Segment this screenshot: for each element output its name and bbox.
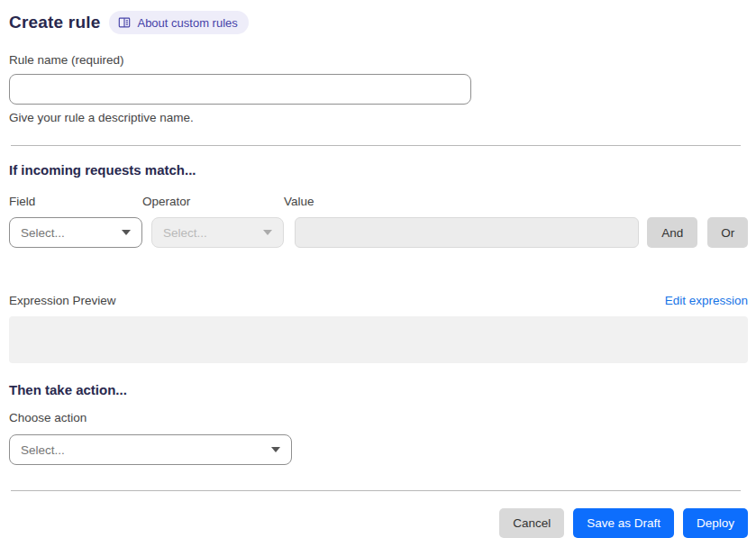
operator-select[interactable]: Select... [151,217,284,248]
value-label: Value [284,195,639,208]
rule-name-label: Rule name (required) [9,53,748,67]
choose-action-label: Choose action [9,411,748,424]
section-divider [11,145,741,146]
about-custom-rules-link[interactable]: About custom rules [109,11,248,34]
expression-preview-box [9,316,748,363]
footer-actions: Cancel Save as Draft Deploy [9,508,748,538]
action-section: Then take action... Choose action Select… [9,382,748,465]
chevron-down-icon [122,230,131,235]
field-label: Field [9,195,142,208]
operator-label: Operator [142,195,284,208]
match-section-heading: If incoming requests match... [9,162,748,178]
rule-name-section: Rule name (required) Give your rule a de… [9,53,748,124]
choose-action-select[interactable]: Select... [9,434,292,465]
rule-name-input[interactable] [9,74,471,105]
rule-name-helper: Give your rule a descriptive name. [9,111,748,124]
choose-action-value: Select... [21,443,65,457]
field-select[interactable]: Select... [9,217,142,248]
value-column: Value [284,195,639,248]
deploy-button[interactable]: Deploy [683,508,748,538]
footer-divider [11,490,741,491]
cancel-button[interactable]: Cancel [499,508,564,538]
value-input[interactable] [295,217,639,248]
edit-expression-link[interactable]: Edit expression [665,294,748,307]
create-rule-panel: Create rule About custom rules Rule name… [0,0,756,538]
save-as-draft-button[interactable]: Save as Draft [573,508,674,538]
operator-column: Operator Select... [142,195,284,248]
chevron-down-icon [271,447,280,452]
expression-preview-header: Expression Preview Edit expression [9,294,748,307]
page-header: Create rule About custom rules [9,11,748,34]
page-title: Create rule [9,13,100,32]
chevron-down-icon [263,230,272,235]
book-icon [118,16,131,29]
action-section-heading: Then take action... [9,382,748,397]
about-custom-rules-label: About custom rules [137,17,237,29]
match-condition-row: Field Select... Operator Select... Value… [9,195,748,248]
operator-select-value: Select... [163,226,207,240]
and-button[interactable]: And [647,217,697,248]
expression-preview-label: Expression Preview [9,294,116,307]
field-column: Field Select... [9,195,142,248]
or-button[interactable]: Or [707,217,748,248]
field-select-value: Select... [21,226,65,240]
